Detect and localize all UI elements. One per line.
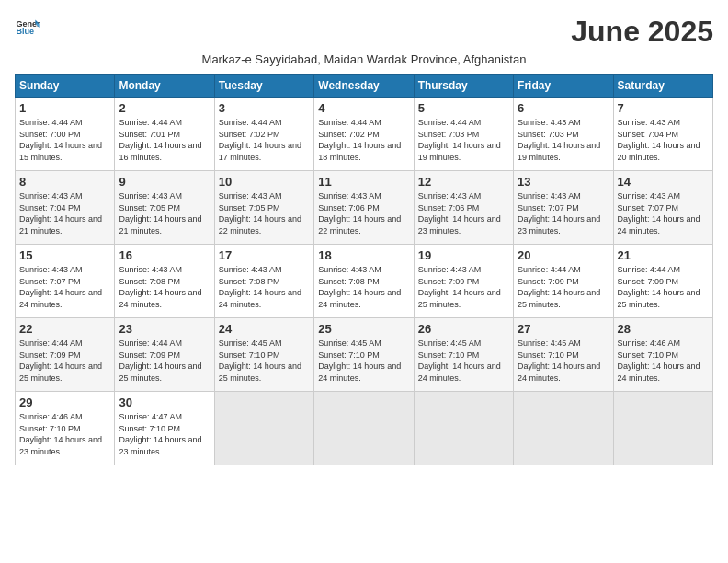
calendar-cell: 7Sunrise: 4:43 AMSunset: 7:04 PMDaylight… xyxy=(613,98,712,171)
calendar-cell: 22Sunrise: 4:44 AMSunset: 7:09 PMDayligh… xyxy=(16,318,115,392)
day-info: Sunrise: 4:44 AMSunset: 7:09 PMDaylight:… xyxy=(19,338,110,384)
header-saturday: Saturday xyxy=(613,75,712,98)
calendar-cell xyxy=(214,392,313,465)
day-info: Sunrise: 4:43 AMSunset: 7:04 PMDaylight:… xyxy=(618,117,709,163)
month-title: June 2025 xyxy=(571,15,713,49)
day-number: 1 xyxy=(19,101,110,115)
day-info: Sunrise: 4:45 AMSunset: 7:10 PMDaylight:… xyxy=(518,338,609,384)
calendar-cell: 11Sunrise: 4:43 AMSunset: 7:06 PMDayligh… xyxy=(314,171,414,245)
calendar-week-3: 15Sunrise: 4:43 AMSunset: 7:07 PMDayligh… xyxy=(16,245,713,318)
header-wednesday: Wednesday xyxy=(314,75,414,98)
day-info: Sunrise: 4:45 AMSunset: 7:10 PMDaylight:… xyxy=(219,338,310,384)
day-number: 10 xyxy=(219,175,310,189)
day-number: 19 xyxy=(418,248,509,262)
day-info: Sunrise: 4:43 AMSunset: 7:08 PMDaylight:… xyxy=(219,264,310,310)
day-number: 3 xyxy=(219,101,310,115)
day-info: Sunrise: 4:44 AMSunset: 7:03 PMDaylight:… xyxy=(418,117,509,163)
day-number: 9 xyxy=(119,175,210,189)
day-number: 13 xyxy=(518,175,609,189)
logo-icon: General Blue xyxy=(15,15,40,40)
calendar-cell: 17Sunrise: 4:43 AMSunset: 7:08 PMDayligh… xyxy=(214,245,313,318)
page-header: General Blue June 2025 xyxy=(15,15,713,49)
day-info: Sunrise: 4:43 AMSunset: 7:04 PMDaylight:… xyxy=(19,190,110,236)
day-info: Sunrise: 4:43 AMSunset: 7:05 PMDaylight:… xyxy=(119,190,210,236)
calendar-cell: 16Sunrise: 4:43 AMSunset: 7:08 PMDayligh… xyxy=(115,245,214,318)
calendar-cell xyxy=(514,392,613,465)
calendar-cell: 5Sunrise: 4:44 AMSunset: 7:03 PMDaylight… xyxy=(414,98,513,171)
calendar-cell: 3Sunrise: 4:44 AMSunset: 7:02 PMDaylight… xyxy=(214,98,313,171)
day-info: Sunrise: 4:44 AMSunset: 7:09 PMDaylight:… xyxy=(518,264,609,310)
day-info: Sunrise: 4:43 AMSunset: 7:09 PMDaylight:… xyxy=(418,264,509,310)
calendar-header-row: SundayMondayTuesdayWednesdayThursdayFrid… xyxy=(16,75,713,98)
header-friday: Friday xyxy=(514,75,613,98)
day-number: 23 xyxy=(119,322,210,336)
day-number: 11 xyxy=(318,175,409,189)
day-info: Sunrise: 4:43 AMSunset: 7:08 PMDaylight:… xyxy=(119,264,210,310)
calendar-cell: 30Sunrise: 4:47 AMSunset: 7:10 PMDayligh… xyxy=(115,392,214,465)
day-info: Sunrise: 4:46 AMSunset: 7:10 PMDaylight:… xyxy=(618,338,709,384)
day-number: 4 xyxy=(318,101,409,115)
day-info: Sunrise: 4:47 AMSunset: 7:10 PMDaylight:… xyxy=(119,411,210,457)
calendar-subtitle: Markaz-e Sayyidabad, Maidan Wardak Provi… xyxy=(15,52,713,66)
calendar-cell: 10Sunrise: 4:43 AMSunset: 7:05 PMDayligh… xyxy=(214,171,313,245)
calendar-cell: 24Sunrise: 4:45 AMSunset: 7:10 PMDayligh… xyxy=(214,318,313,392)
day-info: Sunrise: 4:43 AMSunset: 7:07 PMDaylight:… xyxy=(518,190,609,236)
day-info: Sunrise: 4:43 AMSunset: 7:06 PMDaylight:… xyxy=(318,190,409,236)
calendar-cell: 15Sunrise: 4:43 AMSunset: 7:07 PMDayligh… xyxy=(16,245,115,318)
calendar-cell: 14Sunrise: 4:43 AMSunset: 7:07 PMDayligh… xyxy=(613,171,712,245)
day-number: 6 xyxy=(518,101,609,115)
calendar-week-1: 1Sunrise: 4:44 AMSunset: 7:00 PMDaylight… xyxy=(16,98,713,171)
day-number: 26 xyxy=(418,322,509,336)
calendar-table: SundayMondayTuesdayWednesdayThursdayFrid… xyxy=(15,74,713,465)
calendar-cell: 20Sunrise: 4:44 AMSunset: 7:09 PMDayligh… xyxy=(514,245,613,318)
calendar-cell: 8Sunrise: 4:43 AMSunset: 7:04 PMDaylight… xyxy=(16,171,115,245)
day-number: 24 xyxy=(219,322,310,336)
calendar-cell: 25Sunrise: 4:45 AMSunset: 7:10 PMDayligh… xyxy=(314,318,414,392)
day-info: Sunrise: 4:44 AMSunset: 7:02 PMDaylight:… xyxy=(219,117,310,163)
calendar-cell: 26Sunrise: 4:45 AMSunset: 7:10 PMDayligh… xyxy=(414,318,513,392)
day-number: 28 xyxy=(618,322,709,336)
calendar-cell: 27Sunrise: 4:45 AMSunset: 7:10 PMDayligh… xyxy=(514,318,613,392)
day-number: 15 xyxy=(19,248,110,262)
header-monday: Monday xyxy=(115,75,214,98)
day-number: 20 xyxy=(518,248,609,262)
header-tuesday: Tuesday xyxy=(214,75,313,98)
day-number: 21 xyxy=(618,248,709,262)
day-info: Sunrise: 4:46 AMSunset: 7:10 PMDaylight:… xyxy=(19,411,110,457)
day-number: 2 xyxy=(119,101,210,115)
svg-text:Blue: Blue xyxy=(16,27,34,36)
calendar-cell: 21Sunrise: 4:44 AMSunset: 7:09 PMDayligh… xyxy=(613,245,712,318)
calendar-cell: 9Sunrise: 4:43 AMSunset: 7:05 PMDaylight… xyxy=(115,171,214,245)
logo: General Blue xyxy=(15,15,40,40)
day-number: 22 xyxy=(19,322,110,336)
calendar-cell: 4Sunrise: 4:44 AMSunset: 7:02 PMDaylight… xyxy=(314,98,414,171)
day-info: Sunrise: 4:43 AMSunset: 7:05 PMDaylight:… xyxy=(219,190,310,236)
calendar-week-4: 22Sunrise: 4:44 AMSunset: 7:09 PMDayligh… xyxy=(16,318,713,392)
calendar-cell: 23Sunrise: 4:44 AMSunset: 7:09 PMDayligh… xyxy=(115,318,214,392)
day-number: 8 xyxy=(19,175,110,189)
calendar-cell xyxy=(314,392,414,465)
calendar-cell xyxy=(613,392,712,465)
day-info: Sunrise: 4:44 AMSunset: 7:09 PMDaylight:… xyxy=(119,338,210,384)
day-number: 25 xyxy=(318,322,409,336)
day-number: 18 xyxy=(318,248,409,262)
day-info: Sunrise: 4:43 AMSunset: 7:03 PMDaylight:… xyxy=(518,117,609,163)
day-info: Sunrise: 4:45 AMSunset: 7:10 PMDaylight:… xyxy=(418,338,509,384)
day-number: 14 xyxy=(618,175,709,189)
calendar-cell: 12Sunrise: 4:43 AMSunset: 7:06 PMDayligh… xyxy=(414,171,513,245)
day-info: Sunrise: 4:44 AMSunset: 7:09 PMDaylight:… xyxy=(618,264,709,310)
header-sunday: Sunday xyxy=(16,75,115,98)
day-info: Sunrise: 4:43 AMSunset: 7:06 PMDaylight:… xyxy=(418,190,509,236)
day-number: 30 xyxy=(119,396,210,409)
day-number: 27 xyxy=(518,322,609,336)
header-thursday: Thursday xyxy=(414,75,513,98)
calendar-cell: 2Sunrise: 4:44 AMSunset: 7:01 PMDaylight… xyxy=(115,98,214,171)
day-number: 12 xyxy=(418,175,509,189)
day-info: Sunrise: 4:43 AMSunset: 7:07 PMDaylight:… xyxy=(19,264,110,310)
calendar-cell: 6Sunrise: 4:43 AMSunset: 7:03 PMDaylight… xyxy=(514,98,613,171)
day-info: Sunrise: 4:45 AMSunset: 7:10 PMDaylight:… xyxy=(318,338,409,384)
day-info: Sunrise: 4:44 AMSunset: 7:02 PMDaylight:… xyxy=(318,117,409,163)
calendar-week-5: 29Sunrise: 4:46 AMSunset: 7:10 PMDayligh… xyxy=(16,392,713,465)
calendar-cell: 18Sunrise: 4:43 AMSunset: 7:08 PMDayligh… xyxy=(314,245,414,318)
day-number: 16 xyxy=(119,248,210,262)
